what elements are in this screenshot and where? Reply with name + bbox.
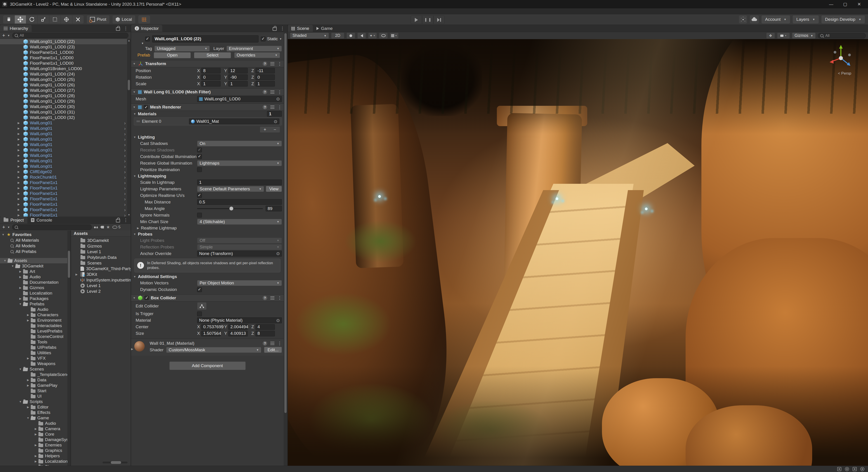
prefab-open-chevron-icon[interactable]: ›	[124, 153, 126, 158]
shader-edit-button[interactable]: Edit...	[264, 347, 282, 353]
static-checkbox[interactable]	[261, 37, 266, 41]
kebab-menu-icon[interactable]: ⋮	[280, 26, 285, 31]
dynamic-occlusion-checkbox[interactable]	[197, 287, 202, 292]
max-angle-field[interactable]: 89	[266, 206, 282, 211]
shader-dropdown[interactable]: Custom/MossMask▼	[166, 347, 261, 353]
scale-in-lightmap-field[interactable]: 1	[197, 180, 282, 185]
menu-item[interactable]	[24, 8, 32, 14]
prefab-open-chevron-icon[interactable]: ›	[124, 148, 126, 153]
prefab-select-button[interactable]: Select	[194, 52, 231, 58]
cloud-services-icon[interactable]	[750, 15, 759, 24]
expand-arrow-icon[interactable]	[25, 406, 31, 409]
tree-folder-row[interactable]: Tools	[0, 339, 70, 345]
position-x-field[interactable]: 8	[201, 68, 221, 73]
foldout-arrow-icon[interactable]: ▼	[133, 296, 136, 300]
edit-collider-button[interactable]	[197, 302, 207, 310]
tree-folder-row[interactable]: Scenes	[0, 367, 70, 372]
shading-mode-dropdown[interactable]: Shaded▼	[290, 33, 329, 39]
help-icon[interactable]: ?	[263, 105, 267, 109]
prioritize-illumination-checkbox[interactable]	[197, 167, 202, 172]
physic-material-field[interactable]: None (Physic Material)⊙	[197, 317, 282, 323]
tree-folder-row[interactable]: Gizmos	[0, 285, 70, 290]
tree-folder-row[interactable]: SceneControl	[0, 334, 70, 339]
menu-item[interactable]	[32, 8, 39, 14]
foldout-arrow-icon[interactable]: ▼	[133, 62, 136, 65]
expand-arrow-icon[interactable]: ▶	[18, 121, 24, 125]
asset-row[interactable]: ▶ 3DGamekit	[71, 238, 131, 243]
expand-arrow-icon[interactable]: ▶	[18, 208, 24, 211]
asset-row[interactable]: ▶ Scenes	[71, 260, 131, 266]
tree-folder-row[interactable]: _TemplateScene	[0, 372, 70, 377]
scale-tool-icon[interactable]	[38, 15, 49, 24]
gameobject-prefab-icon[interactable]	[133, 34, 143, 44]
hierarchy-item[interactable]: ▶ WallLong01_LOD0 (25) ›	[0, 77, 131, 82]
expand-arrow-icon[interactable]	[2, 233, 7, 236]
tree-scrollbar[interactable]	[67, 230, 70, 466]
center-z-field[interactable]: 4	[255, 324, 275, 330]
hierarchy-item[interactable]: ▶ RockChunk01 ›	[0, 175, 131, 180]
max-distance-field[interactable]: 0.5	[197, 199, 282, 205]
rotate-tool-icon[interactable]	[26, 15, 38, 24]
tab-hierarchy[interactable]: Hierarchy	[0, 25, 32, 32]
prefab-open-chevron-icon[interactable]: ›	[124, 175, 126, 180]
expand-arrow-icon[interactable]: ▶	[18, 138, 24, 141]
tree-folder-row[interactable]: Player	[0, 464, 70, 466]
layout-dropdown[interactable]: Design Develop▼	[822, 15, 865, 24]
hierarchy-item[interactable]: ▶ FloorPanel1x1 ›	[0, 180, 131, 185]
hierarchy-item[interactable]: ▶ WallLong01 ›	[0, 126, 131, 131]
kebab-menu-icon[interactable]: ⋮	[278, 295, 282, 301]
pivot-toggle[interactable]: Pivot	[87, 15, 110, 24]
scene-orientation-gizmo[interactable]	[827, 43, 855, 70]
scene-visibility-toggle[interactable]	[379, 33, 388, 39]
prefab-open-chevron-icon[interactable]: ›	[124, 186, 126, 191]
hierarchy-item[interactable]: ▶ FloorPanel1x1 ›	[0, 196, 131, 202]
materials-foldout[interactable]: ▼ Materials 1	[131, 111, 284, 117]
component-enabled-checkbox[interactable]	[145, 296, 149, 300]
size-x-field[interactable]: 1.507564	[201, 331, 221, 336]
receive-shadows-checkbox[interactable]	[197, 148, 202, 152]
hierarchy-item[interactable]: ▶ WallLong01_LOD0 (27) ›	[0, 88, 131, 93]
mesh-renderer-header[interactable]: ▼ Mesh Renderer ?⋮	[131, 103, 284, 111]
expand-arrow-icon[interactable]	[18, 297, 23, 300]
size-y-field[interactable]: 4.00913	[228, 331, 248, 336]
tab-project[interactable]: Project	[0, 217, 27, 224]
move-tool-icon[interactable]	[15, 15, 26, 24]
hierarchy-item[interactable]: ▶ WallLong01_LOD0 (26) ›	[0, 82, 131, 88]
drag-handle-icon[interactable]: ==	[136, 119, 140, 123]
presets-icon[interactable]	[270, 296, 274, 300]
project-search-input[interactable]	[12, 224, 92, 230]
prefab-open-chevron-icon[interactable]: ›	[124, 142, 126, 147]
prefab-open-chevron-icon[interactable]: ›	[124, 191, 126, 196]
menu-item[interactable]	[10, 8, 17, 14]
expand-arrow-icon[interactable]	[25, 416, 31, 419]
hierarchy-item[interactable]: ▶ WallLong01_LOD0 (31) ›	[0, 109, 131, 115]
hierarchy-item[interactable]: ▶ WallLong01 ›	[0, 164, 131, 169]
expand-arrow-icon[interactable]	[18, 400, 23, 403]
tree-folder-row[interactable]: Packages	[0, 296, 70, 301]
tree-folder-row[interactable]: Characters	[0, 312, 70, 318]
tree-folder-row[interactable]: Effects	[0, 410, 70, 415]
lighting-foldout[interactable]: ▼Lighting	[131, 134, 284, 140]
material-thumbnail[interactable]	[134, 341, 145, 351]
collab-status-icon[interactable]	[845, 467, 849, 471]
scene-lighting-toggle[interactable]	[346, 33, 355, 39]
expand-arrow-icon[interactable]: ▶	[18, 181, 24, 184]
expand-arrow-icon[interactable]: ▶	[18, 214, 24, 217]
scale-y-field[interactable]: 1	[228, 81, 248, 87]
presets-icon[interactable]	[270, 62, 274, 65]
hierarchy-search-input[interactable]: All	[12, 33, 128, 38]
expand-arrow-icon[interactable]: ▶	[18, 187, 24, 190]
center-y-field[interactable]: 2.004494	[228, 324, 248, 330]
hierarchy-item[interactable]: ▶ WallLong01 ›	[0, 136, 131, 142]
materials-count-field[interactable]: 1	[267, 111, 282, 117]
tree-folder-row[interactable]: Utilities	[0, 350, 70, 355]
mesh-filter-header[interactable]: ▼ Wall Long 01_LOD0 (Mesh Filter) ?⋮	[131, 88, 284, 96]
ignore-normals-checkbox[interactable]	[197, 213, 202, 217]
prefab-open-chevron-icon[interactable]: ›	[124, 126, 126, 131]
step-button[interactable]	[433, 15, 445, 24]
console-activity-icon[interactable]	[837, 467, 841, 471]
scale-x-field[interactable]: 1	[201, 81, 221, 87]
object-picker-icon[interactable]: ⊙	[276, 318, 280, 323]
expand-arrow-icon[interactable]	[33, 427, 38, 431]
expand-arrow-icon[interactable]	[25, 384, 31, 387]
